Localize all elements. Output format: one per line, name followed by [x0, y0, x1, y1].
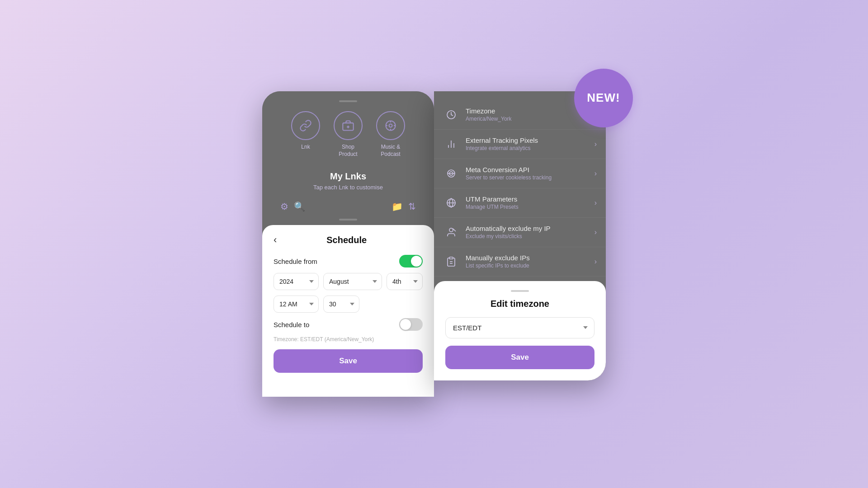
- year-select[interactable]: 2024 2025: [274, 273, 319, 290]
- hour-select[interactable]: 12 AM 1 AM 2 AM: [274, 296, 319, 313]
- settings-list: Timezone America/New_York External Track…: [434, 91, 606, 281]
- new-badge: NEW!: [574, 69, 633, 127]
- utm-sub: Manage UTM Presets: [466, 204, 594, 210]
- schedule-from-label: Schedule from: [274, 258, 317, 265]
- schedule-save-button[interactable]: Save: [274, 349, 423, 373]
- my-lnks-subtitle: Tap each Lnk to customise: [280, 184, 416, 191]
- utm-chevron: ›: [594, 199, 597, 207]
- icon-row: Lnk ShopProduct: [271, 104, 425, 162]
- toggle-from-knob: [411, 256, 422, 267]
- exclude-ip-main: Automatically exclude my IP: [466, 225, 594, 232]
- utm-text: UTM Parameters Manage UTM Presets: [466, 195, 594, 210]
- timezone-sub: America/New_York: [466, 116, 597, 122]
- timezone-select[interactable]: EST/EDT PST/PDT CST/CDT MST/MDT: [445, 317, 594, 338]
- back-button[interactable]: ‹: [274, 234, 277, 246]
- sort-icon[interactable]: ⇅: [408, 201, 416, 212]
- schedule-from-row: Schedule from: [274, 255, 423, 267]
- shop-icon-circle: [334, 111, 363, 140]
- new-badge-label: NEW!: [587, 91, 620, 105]
- meta-icon: [443, 165, 459, 182]
- manual-ip-text: Manually exclude IPs List specific IPs t…: [466, 254, 594, 269]
- lnk-label: Lnk: [301, 144, 310, 151]
- link-icon: [299, 119, 312, 132]
- timezone-icon: [443, 107, 459, 123]
- settings-item-exclude-ip[interactable]: Automatically exclude my IP Exclude my v…: [434, 218, 606, 247]
- settings-item-utm[interactable]: UTM Parameters Manage UTM Presets ›: [434, 188, 606, 218]
- exclude-ip-chevron: ›: [594, 228, 597, 236]
- timezone-save-button[interactable]: Save: [445, 346, 594, 369]
- exclude-ip-text: Automatically exclude my IP Exclude my v…: [466, 225, 594, 239]
- meta-text: Meta Conversion API Server to server coo…: [466, 166, 594, 181]
- main-container: NEW! Lnk: [262, 91, 606, 397]
- phone-top-area: Lnk ShopProduct: [262, 91, 434, 225]
- settings-item-manual-ip[interactable]: Manually exclude IPs List specific IPs t…: [434, 247, 606, 277]
- icon-item-music[interactable]: Music &Podcast: [376, 111, 405, 158]
- toggle-to-knob: [400, 319, 411, 330]
- time-select-row: 12 AM 1 AM 2 AM 30 00 15 45: [274, 296, 423, 313]
- search-icon[interactable]: 🔍: [294, 201, 305, 212]
- drag-handle-top: [339, 100, 357, 102]
- schedule-to-row: Schedule to: [274, 318, 423, 331]
- drag-handle-tz: [511, 290, 529, 292]
- tracking-icon: [443, 136, 459, 152]
- tracking-chevron: ›: [594, 140, 597, 148]
- music-icon-circle: [376, 111, 405, 140]
- timezone-note: Timezone: EST/EDT (America/New_York): [274, 336, 423, 343]
- day-select[interactable]: 4th 5th 6th: [387, 273, 423, 290]
- add-folder-icon[interactable]: 📁: [392, 201, 403, 212]
- left-phone: Lnk ShopProduct: [262, 91, 434, 397]
- schedule-title: Schedule: [281, 235, 412, 245]
- svg-line-11: [453, 229, 456, 231]
- my-lnks-section: My Lnks Tap each Lnk to customise: [271, 162, 425, 197]
- svg-point-4: [389, 124, 392, 127]
- manual-ip-chevron: ›: [594, 258, 597, 266]
- manual-ip-main: Manually exclude IPs: [466, 254, 594, 262]
- exclude-ip-icon: [443, 224, 459, 240]
- manual-ip-sub: List specific IPs to exclude: [466, 263, 594, 269]
- toolbar-left: ⚙ 🔍: [280, 201, 305, 212]
- exclude-ip-sub: Exclude my visits/clicks: [466, 233, 594, 239]
- svg-rect-12: [449, 257, 453, 259]
- meta-chevron: ›: [594, 169, 597, 178]
- toolbar-row: ⚙ 🔍 📁 ⇅: [271, 197, 425, 219]
- schedule-from-toggle[interactable]: [399, 255, 423, 267]
- schedule-to-label: Schedule to: [274, 321, 309, 328]
- tracking-sub: Integrate external analytics: [466, 145, 594, 151]
- my-lnks-title: My Lnks: [280, 171, 416, 182]
- edit-timezone-title: Edit timezone: [445, 299, 594, 309]
- edit-timezone-panel: Edit timezone EST/EDT PST/PDT CST/CDT MS…: [434, 281, 606, 380]
- schedule-to-toggle[interactable]: [399, 318, 423, 331]
- tracking-main: External Tracking Pixels: [466, 136, 594, 144]
- drag-handle-schedule: [339, 219, 357, 221]
- tracking-text: External Tracking Pixels Integrate exter…: [466, 136, 594, 151]
- meta-sub: Server to server cookieless tracking: [466, 174, 594, 181]
- music-label: Music &Podcast: [381, 144, 400, 158]
- settings-item-tracking[interactable]: External Tracking Pixels Integrate exter…: [434, 130, 606, 159]
- music-icon: [384, 119, 397, 132]
- schedule-header: ‹ Schedule: [274, 234, 423, 246]
- manual-ip-icon: [443, 253, 459, 270]
- toolbar-right: 📁 ⇅: [392, 201, 416, 212]
- utm-icon: [443, 195, 459, 211]
- meta-main: Meta Conversion API: [466, 166, 594, 174]
- date-select-row: 2024 2025 August September October 4th 5…: [274, 273, 423, 290]
- icon-item-lnk[interactable]: Lnk: [291, 111, 320, 158]
- shop-label: ShopProduct: [339, 144, 357, 158]
- minute-select[interactable]: 30 00 15 45: [323, 296, 359, 313]
- svg-point-10: [449, 228, 453, 232]
- icon-item-shop[interactable]: ShopProduct: [334, 111, 363, 158]
- settings-icon[interactable]: ⚙: [280, 201, 288, 212]
- lnk-icon-circle: [291, 111, 320, 140]
- right-phone: Timezone America/New_York External Track…: [434, 91, 606, 380]
- utm-main: UTM Parameters: [466, 195, 594, 203]
- settings-item-meta[interactable]: Meta Conversion API Server to server coo…: [434, 159, 606, 188]
- shop-icon: [342, 119, 354, 132]
- schedule-panel: ‹ Schedule Schedule from 2024 2025 Augus…: [262, 225, 434, 397]
- month-select[interactable]: August September October: [323, 273, 382, 290]
